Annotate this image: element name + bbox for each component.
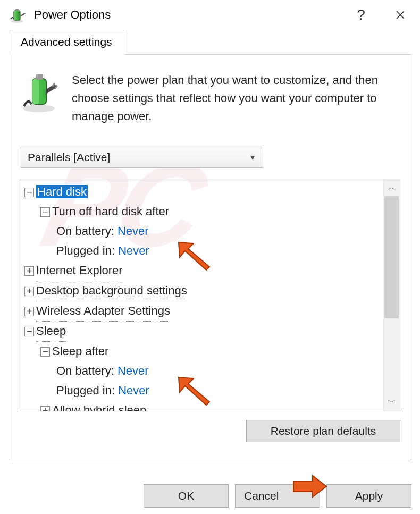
intro-section: Select the power plan that you want to c… [20,71,400,136]
annotation-arrow-icon [291,475,329,500]
collapse-icon[interactable]: − [24,188,34,197]
window-title: Power Options [34,8,341,22]
battery-plug-icon [22,71,59,114]
power-plan-dropdown[interactable]: Parallels [Active] ▼ [21,147,263,168]
tree-node-sleep[interactable]: −Sleep [22,322,381,342]
tree-node-desktop-background[interactable]: +Desktop background settings [22,281,381,301]
titlebar: Power Options ? [0,0,420,30]
scroll-down-icon[interactable]: ﹀ [383,394,400,411]
tree-scrollbar[interactable]: ︿ ﹀ [383,179,400,411]
plan-selected-label: Parallels [Active] [28,151,110,164]
tree-leaf-hd-on-battery[interactable]: On battery: Never [22,222,381,241]
tab-advanced-settings[interactable]: Advanced settings [9,30,124,55]
scroll-thumb[interactable] [384,196,399,318]
tree-node-wireless-adapter[interactable]: +Wireless Adapter Settings [22,301,381,322]
intro-text: Select the power plan that you want to c… [72,71,395,125]
expand-icon[interactable]: + [24,287,34,296]
annotation-arrow-icon [174,374,212,411]
chevron-down-icon: ▼ [249,153,256,162]
tree-node-sleep-after[interactable]: −Sleep after [22,342,381,361]
collapse-icon[interactable]: − [40,347,50,357]
expand-icon[interactable]: + [40,406,50,411]
collapse-icon[interactable]: − [40,207,50,217]
apply-button[interactable]: Apply [326,484,411,508]
svg-rect-2 [14,11,20,20]
annotation-arrow-icon [174,239,212,276]
close-button[interactable] [381,0,420,30]
svg-rect-6 [32,79,39,104]
collapse-icon[interactable]: − [24,327,34,336]
scroll-up-icon[interactable]: ︿ [383,179,400,196]
dialog-button-bar: OK Cancel Apply [0,484,420,508]
tree-node-turn-off-hard-disk[interactable]: −Turn off hard disk after [22,202,381,222]
ok-button[interactable]: OK [144,484,229,508]
svg-rect-7 [36,74,43,80]
svg-point-4 [23,105,55,112]
tab-bar: Advanced settings [0,30,420,55]
svg-rect-3 [15,9,19,11]
restore-defaults-button[interactable]: Restore plan defaults [246,420,400,442]
expand-icon[interactable]: + [24,266,34,276]
help-button[interactable]: ? [341,0,381,30]
power-options-dialog: PC Power Options ? [0,0,420,514]
expand-icon[interactable]: + [24,307,34,316]
battery-icon [10,6,27,23]
tree-node-hard-disk[interactable]: −Hard disk [22,182,381,202]
